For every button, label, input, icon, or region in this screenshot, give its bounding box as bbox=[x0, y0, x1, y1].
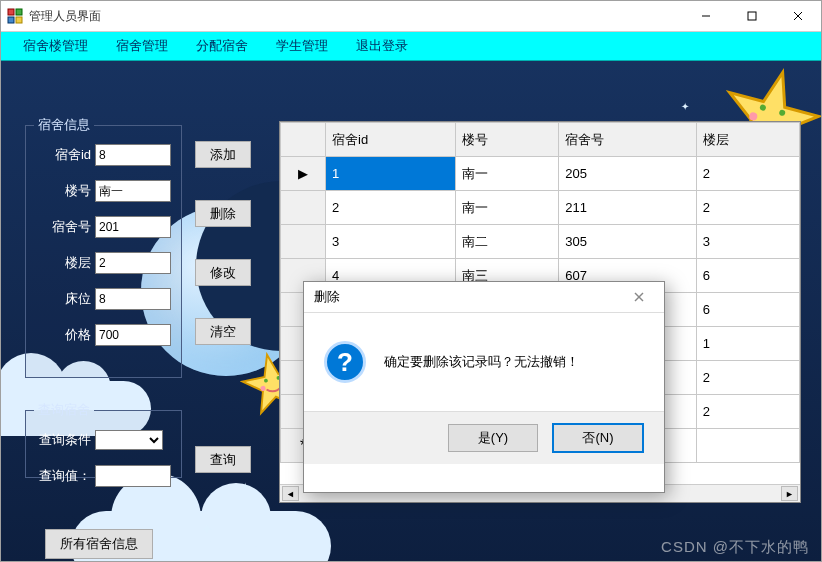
svg-rect-5 bbox=[748, 12, 756, 20]
table-cell[interactable]: 南一 bbox=[455, 191, 558, 225]
table-cell[interactable]: 2 bbox=[696, 361, 799, 395]
menu-bar: 宿舍楼管理 宿舍管理 分配宿舍 学生管理 退出登录 bbox=[1, 32, 821, 61]
table-row[interactable]: 3南二3053 bbox=[281, 225, 800, 259]
menu-student[interactable]: 学生管理 bbox=[262, 32, 342, 60]
table-cell[interactable]: 1 bbox=[326, 157, 456, 191]
dorm-info-title: 宿舍信息 bbox=[34, 116, 94, 134]
table-cell[interactable]: 2 bbox=[696, 395, 799, 429]
table-cell[interactable] bbox=[696, 429, 799, 463]
app-window: 管理人员界面 宿舍楼管理 宿舍管理 分配宿舍 学生管理 退出登录 ✦ ✦ ✦ 宿… bbox=[0, 0, 822, 562]
table-cell[interactable]: 南一 bbox=[455, 157, 558, 191]
table-cell[interactable]: 2 bbox=[696, 157, 799, 191]
svg-rect-1 bbox=[16, 9, 22, 15]
input-floor[interactable] bbox=[95, 252, 171, 274]
scroll-right-icon[interactable]: ► bbox=[781, 486, 798, 501]
modify-button[interactable]: 修改 bbox=[195, 259, 251, 286]
minimize-button[interactable] bbox=[683, 1, 729, 31]
input-price[interactable] bbox=[95, 324, 171, 346]
clear-button[interactable]: 清空 bbox=[195, 318, 251, 345]
input-query-val[interactable] bbox=[95, 465, 171, 487]
dialog-yes-button[interactable]: 是(Y) bbox=[448, 424, 538, 452]
label-query-cond: 查询条件 bbox=[36, 431, 95, 449]
window-title: 管理人员界面 bbox=[29, 8, 683, 25]
column-header[interactable]: 宿舍id bbox=[326, 123, 456, 157]
label-room-no: 宿舍号 bbox=[36, 218, 95, 236]
table-cell[interactable]: 2 bbox=[696, 191, 799, 225]
column-header[interactable]: 宿舍号 bbox=[559, 123, 697, 157]
title-bar: 管理人员界面 bbox=[1, 1, 821, 32]
svg-rect-2 bbox=[8, 17, 14, 23]
table-cell[interactable]: 6 bbox=[696, 293, 799, 327]
query-title: 查询宿舍 bbox=[34, 401, 94, 419]
table-cell[interactable]: 1 bbox=[696, 327, 799, 361]
table-cell[interactable]: 205 bbox=[559, 157, 697, 191]
dialog-title-bar: 删除 bbox=[304, 282, 664, 313]
select-query-cond[interactable] bbox=[95, 430, 163, 450]
dialog-no-button[interactable]: 否(N) bbox=[552, 423, 644, 453]
dorm-info-group: 宿舍信息 宿舍id 楼号 宿舍号 楼层 床位 价格 bbox=[25, 116, 182, 378]
svg-rect-0 bbox=[8, 9, 14, 15]
input-dorm-id[interactable] bbox=[95, 144, 171, 166]
svg-rect-3 bbox=[16, 17, 22, 23]
label-building: 楼号 bbox=[36, 182, 95, 200]
maximize-button[interactable] bbox=[729, 1, 775, 31]
table-row[interactable]: ▶1南一2052 bbox=[281, 157, 800, 191]
delete-button[interactable]: 删除 bbox=[195, 200, 251, 227]
row-header bbox=[281, 225, 326, 259]
add-button[interactable]: 添加 bbox=[195, 141, 251, 168]
row-header bbox=[281, 123, 326, 157]
query-group: 查询宿舍 查询条件 查询值： bbox=[25, 401, 182, 478]
scroll-left-icon[interactable]: ◄ bbox=[282, 486, 299, 501]
column-header[interactable]: 楼层 bbox=[696, 123, 799, 157]
label-query-val: 查询值： bbox=[36, 467, 95, 485]
label-beds: 床位 bbox=[36, 290, 95, 308]
label-price: 价格 bbox=[36, 326, 95, 344]
table-cell[interactable]: 2 bbox=[326, 191, 456, 225]
close-button[interactable] bbox=[775, 1, 821, 31]
menu-assign[interactable]: 分配宿舍 bbox=[182, 32, 262, 60]
dialog-message: 确定要删除该记录吗？无法撤销！ bbox=[384, 353, 579, 371]
star-dot-icon: ✦ bbox=[201, 521, 213, 537]
star-dot-icon: ✦ bbox=[241, 481, 249, 492]
dialog-close-button[interactable] bbox=[624, 282, 654, 312]
table-cell[interactable]: 3 bbox=[326, 225, 456, 259]
table-cell[interactable]: 3 bbox=[696, 225, 799, 259]
table-cell[interactable]: 6 bbox=[696, 259, 799, 293]
input-building[interactable] bbox=[95, 180, 171, 202]
confirm-delete-dialog: 删除 ? 确定要删除该记录吗？无法撤销！ 是(Y) 否(N) bbox=[303, 281, 665, 493]
table-cell[interactable]: 南二 bbox=[455, 225, 558, 259]
all-dorms-button[interactable]: 所有宿舍信息 bbox=[45, 529, 153, 559]
row-header: ▶ bbox=[281, 157, 326, 191]
menu-building[interactable]: 宿舍楼管理 bbox=[9, 32, 102, 60]
menu-dorm[interactable]: 宿舍管理 bbox=[102, 32, 182, 60]
watermark: CSDN @不下水的鸭 bbox=[661, 538, 809, 557]
app-icon bbox=[7, 8, 23, 24]
table-cell[interactable]: 211 bbox=[559, 191, 697, 225]
label-dorm-id: 宿舍id bbox=[36, 146, 95, 164]
table-row[interactable]: 2南一2112 bbox=[281, 191, 800, 225]
client-area: ✦ ✦ ✦ 宿舍信息 宿舍id 楼号 宿舍号 楼层 床位 价格 添加 删除 修改… bbox=[1, 61, 821, 562]
row-header bbox=[281, 191, 326, 225]
column-header[interactable]: 楼号 bbox=[455, 123, 558, 157]
star-dot-icon: ✦ bbox=[681, 101, 689, 112]
dialog-title: 删除 bbox=[314, 288, 624, 306]
menu-logout[interactable]: 退出登录 bbox=[342, 32, 422, 60]
question-icon: ? bbox=[324, 341, 366, 383]
table-cell[interactable]: 305 bbox=[559, 225, 697, 259]
label-floor: 楼层 bbox=[36, 254, 95, 272]
search-button[interactable]: 查询 bbox=[195, 446, 251, 473]
input-room-no[interactable] bbox=[95, 216, 171, 238]
input-beds[interactable] bbox=[95, 288, 171, 310]
